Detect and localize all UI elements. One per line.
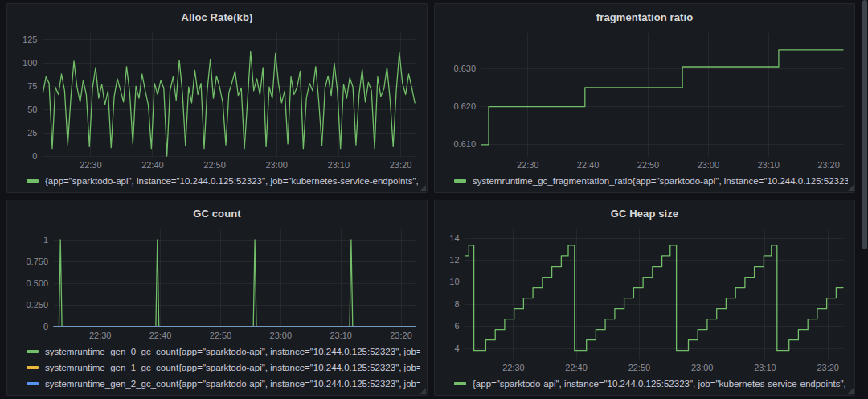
- x-axis-tick-label: 23:00: [265, 160, 288, 170]
- series-gc-heap-size: [465, 245, 843, 351]
- fragmentation-ratio-plot-area[interactable]: 0.6100.6200.63022:3022:4022:5023:0023:10…: [441, 27, 848, 172]
- legend-label: systemruntime_gc_fragmentation_ratio{app…: [473, 176, 848, 186]
- panel-resize-handle[interactable]: [420, 388, 426, 394]
- panel-gc-heap-size: GC Heap size 46810121422:3022:4022:5023:…: [434, 200, 855, 396]
- x-axis-tick-label: 22:30: [517, 160, 539, 170]
- y-axis-tick-label: 14: [449, 233, 459, 243]
- panel-fragmentation-ratio: fragmentation ratio 0.6100.6200.63022:30…: [434, 3, 855, 193]
- legend-label: systemruntime_gen_0_gc_count{app="sparkt…: [45, 347, 420, 356]
- x-axis-tick-label: 22:30: [502, 363, 525, 372]
- x-axis-tick-label: 22:40: [565, 363, 588, 372]
- gc-heap-size-plot-area[interactable]: 46810121422:3022:4022:5023:0023:1023:20: [441, 223, 848, 375]
- y-axis-tick-label: 4: [454, 343, 459, 353]
- x-axis-tick-label: 23:10: [330, 331, 352, 340]
- x-axis-tick-label: 23:20: [817, 363, 839, 372]
- y-axis-tick-label: 8: [454, 299, 459, 309]
- gc-heap-size-legend: {app="sparktodo-api", instance="10.244.0…: [441, 375, 848, 392]
- panel-resize-handle[interactable]: [847, 185, 854, 191]
- y-axis-tick-label: 10: [449, 277, 459, 286]
- panel-gc-count: GC count 00.2500.5000.750122:3022:4022:5…: [6, 200, 428, 396]
- y-axis-tick-label: 125: [23, 35, 37, 44]
- x-axis-tick-label: 22:40: [577, 160, 600, 170]
- y-axis-tick-label: 6: [454, 321, 459, 331]
- y-axis-tick-label: 12: [449, 255, 459, 265]
- x-axis-tick-label: 23:20: [390, 331, 412, 340]
- panel-title-alloc-rate[interactable]: Alloc Rate(kb): [14, 9, 420, 27]
- y-axis-tick-label: 1: [43, 235, 48, 245]
- y-axis-tick-label: 100: [23, 58, 37, 68]
- x-axis-tick-label: 23:00: [691, 363, 714, 372]
- y-axis-tick-label: 75: [27, 81, 37, 91]
- legend-swatch: [27, 350, 39, 353]
- x-axis-tick-label: 23:00: [270, 331, 293, 340]
- page-scrollbar-thumb[interactable]: [862, 0, 867, 249]
- x-axis-tick-label: 23:10: [757, 160, 780, 170]
- legend-swatch: [27, 382, 39, 385]
- series-alloc-rate: [43, 51, 415, 156]
- fragmentation-ratio-legend: systemruntime_gc_fragmentation_ratio{app…: [441, 172, 848, 189]
- gridlines-and-axes: 025507510012522:3022:4022:5023:0023:1023…: [23, 33, 416, 170]
- fragmentation-ratio-chart: 0.6100.6200.63022:3022:4022:5023:0023:10…: [441, 27, 848, 172]
- x-axis-tick-label: 23:20: [817, 160, 840, 170]
- y-axis-tick-label: 0.630: [453, 64, 476, 73]
- legend-swatch: [454, 179, 466, 183]
- legend-label: {app="sparktodo-api", instance="10.244.0…: [45, 176, 420, 186]
- x-axis-tick-label: 22:30: [89, 331, 112, 340]
- x-axis-tick-label: 22:50: [628, 363, 651, 372]
- gc-heap-size-chart: 46810121422:3022:4022:5023:0023:1023:20: [441, 223, 848, 375]
- x-axis-tick-label: 22:50: [203, 160, 226, 170]
- gridlines-and-axes: 0.6100.6200.63022:3022:4022:5023:0023:10…: [453, 33, 843, 170]
- legend-swatch: [454, 382, 466, 385]
- y-axis-tick-label: 0.250: [26, 300, 48, 310]
- y-axis-tick-label: 0: [43, 322, 48, 331]
- x-axis-tick-label: 23:20: [390, 160, 412, 170]
- panel-alloc-rate: Alloc Rate(kb) 025507510012522:3022:4022…: [6, 3, 428, 193]
- gc-count-legend: systemruntime_gen_0_gc_count{app="sparkt…: [14, 343, 420, 392]
- y-axis-tick-label: 0.620: [453, 101, 476, 111]
- legend-label: systemruntime_gen_1_gc_count{app="sparkt…: [45, 363, 420, 372]
- x-axis-tick-label: 22:40: [141, 160, 164, 170]
- series-fragmentation-ratio: [481, 50, 843, 145]
- x-axis-tick-label: 23:00: [698, 160, 720, 170]
- legend-item[interactable]: systemruntime_gc_fragmentation_ratio{app…: [454, 173, 848, 189]
- legend-label: {app="sparktodo-api", instance="10.244.0…: [473, 379, 848, 389]
- gc-count-chart: 00.2500.5000.750122:3022:4022:5023:0023:…: [14, 223, 420, 343]
- x-axis-tick-label: 22:50: [637, 160, 660, 170]
- y-axis-tick-label: 0.500: [26, 278, 48, 288]
- x-axis-tick-label: 23:10: [328, 160, 350, 170]
- legend-item[interactable]: {app="sparktodo-api", instance="10.244.0…: [454, 376, 848, 392]
- legend-item[interactable]: {app="sparktodo-api", instance="10.244.0…: [27, 173, 420, 189]
- x-axis-tick-label: 22:50: [210, 331, 232, 340]
- legend-swatch: [27, 366, 39, 369]
- panel-title-fragmentation-ratio[interactable]: fragmentation ratio: [441, 9, 848, 27]
- gridlines-and-axes: 00.2500.5000.750122:3022:4022:5023:0023:…: [26, 229, 416, 340]
- gc-count-plot-area[interactable]: 00.2500.5000.750122:3022:4022:5023:0023:…: [14, 223, 420, 343]
- y-axis-tick-label: 0: [32, 151, 37, 161]
- y-axis-tick-label: 0.750: [26, 257, 48, 266]
- legend-item[interactable]: systemruntime_gen_2_gc_count{app="sparkt…: [27, 376, 420, 392]
- legend-swatch: [27, 179, 39, 183]
- panel-resize-handle[interactable]: [847, 388, 854, 394]
- alloc-rate-plot-area[interactable]: 025507510012522:3022:4022:5023:0023:1023…: [14, 27, 420, 172]
- x-axis-tick-label: 22:40: [149, 331, 172, 340]
- page-scrollbar-track[interactable]: [862, 0, 868, 399]
- dashboard-grid: Alloc Rate(kb) 025507510012522:3022:4022…: [0, 0, 868, 399]
- panel-title-gc-count[interactable]: GC count: [14, 205, 420, 223]
- y-axis-tick-label: 25: [27, 128, 37, 138]
- y-axis-tick-label: 0.610: [453, 139, 476, 149]
- x-axis-tick-label: 23:10: [754, 363, 776, 372]
- legend-label: systemruntime_gen_2_gc_count{app="sparkt…: [45, 379, 420, 389]
- x-axis-tick-label: 22:30: [80, 160, 102, 170]
- panel-resize-handle[interactable]: [420, 185, 426, 191]
- legend-item[interactable]: systemruntime_gen_0_gc_count{app="sparkt…: [27, 343, 420, 360]
- y-axis-tick-label: 50: [27, 105, 37, 114]
- alloc-rate-chart: 025507510012522:3022:4022:5023:0023:1023…: [14, 27, 420, 172]
- panel-title-gc-heap-size[interactable]: GC Heap size: [441, 205, 848, 223]
- alloc-rate-legend: {app="sparktodo-api", instance="10.244.0…: [14, 172, 420, 189]
- legend-item[interactable]: systemruntime_gen_1_gc_count{app="sparkt…: [27, 360, 420, 376]
